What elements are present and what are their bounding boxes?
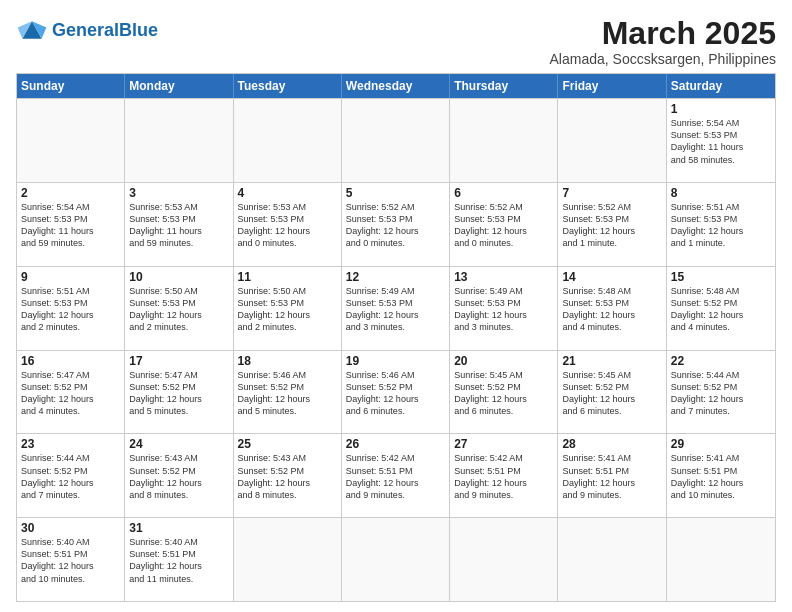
day-number: 8: [671, 186, 771, 200]
header-saturday: Saturday: [667, 74, 775, 98]
cell-info: Sunrise: 5:54 AM Sunset: 5:53 PM Dayligh…: [21, 201, 120, 250]
day-number: 6: [454, 186, 553, 200]
cell-info: Sunrise: 5:52 AM Sunset: 5:53 PM Dayligh…: [454, 201, 553, 250]
day-number: 17: [129, 354, 228, 368]
day-number: 15: [671, 270, 771, 284]
day-number: 5: [346, 186, 445, 200]
cal-cell-r5-c3: [342, 518, 450, 601]
cal-cell-r5-c6: [667, 518, 775, 601]
cal-cell-r4-c4: 27Sunrise: 5:42 AM Sunset: 5:51 PM Dayli…: [450, 434, 558, 517]
page: GeneralBlue March 2025 Alamada, Soccsksa…: [0, 0, 792, 612]
cell-info: Sunrise: 5:49 AM Sunset: 5:53 PM Dayligh…: [454, 285, 553, 334]
logo-blue: Blue: [119, 20, 158, 40]
day-number: 13: [454, 270, 553, 284]
cal-cell-r4-c5: 28Sunrise: 5:41 AM Sunset: 5:51 PM Dayli…: [558, 434, 666, 517]
cal-cell-r1-c5: 7Sunrise: 5:52 AM Sunset: 5:53 PM Daylig…: [558, 183, 666, 266]
cal-cell-r5-c4: [450, 518, 558, 601]
cal-cell-r1-c6: 8Sunrise: 5:51 AM Sunset: 5:53 PM Daylig…: [667, 183, 775, 266]
cal-cell-r3-c6: 22Sunrise: 5:44 AM Sunset: 5:52 PM Dayli…: [667, 351, 775, 434]
cell-info: Sunrise: 5:41 AM Sunset: 5:51 PM Dayligh…: [562, 452, 661, 501]
cal-cell-r2-c0: 9Sunrise: 5:51 AM Sunset: 5:53 PM Daylig…: [17, 267, 125, 350]
cal-cell-r0-c1: [125, 99, 233, 182]
title-block: March 2025 Alamada, Soccsksargen, Philip…: [550, 16, 776, 67]
calendar-row-0: 1Sunrise: 5:54 AM Sunset: 5:53 PM Daylig…: [17, 98, 775, 182]
calendar-row-3: 16Sunrise: 5:47 AM Sunset: 5:52 PM Dayli…: [17, 350, 775, 434]
day-number: 10: [129, 270, 228, 284]
cal-cell-r4-c0: 23Sunrise: 5:44 AM Sunset: 5:52 PM Dayli…: [17, 434, 125, 517]
calendar-header: Sunday Monday Tuesday Wednesday Thursday…: [17, 74, 775, 98]
header-wednesday: Wednesday: [342, 74, 450, 98]
day-number: 27: [454, 437, 553, 451]
day-number: 9: [21, 270, 120, 284]
day-number: 7: [562, 186, 661, 200]
cell-info: Sunrise: 5:51 AM Sunset: 5:53 PM Dayligh…: [671, 201, 771, 250]
day-number: 2: [21, 186, 120, 200]
cell-info: Sunrise: 5:45 AM Sunset: 5:52 PM Dayligh…: [562, 369, 661, 418]
cal-cell-r5-c2: [234, 518, 342, 601]
cal-cell-r4-c3: 26Sunrise: 5:42 AM Sunset: 5:51 PM Dayli…: [342, 434, 450, 517]
cal-cell-r1-c1: 3Sunrise: 5:53 AM Sunset: 5:53 PM Daylig…: [125, 183, 233, 266]
cell-info: Sunrise: 5:43 AM Sunset: 5:52 PM Dayligh…: [129, 452, 228, 501]
cal-cell-r1-c2: 4Sunrise: 5:53 AM Sunset: 5:53 PM Daylig…: [234, 183, 342, 266]
header: GeneralBlue March 2025 Alamada, Soccsksa…: [16, 16, 776, 67]
header-monday: Monday: [125, 74, 233, 98]
location-subtitle: Alamada, Soccsksargen, Philippines: [550, 51, 776, 67]
day-number: 21: [562, 354, 661, 368]
cal-cell-r0-c3: [342, 99, 450, 182]
cell-info: Sunrise: 5:47 AM Sunset: 5:52 PM Dayligh…: [21, 369, 120, 418]
cal-cell-r3-c5: 21Sunrise: 5:45 AM Sunset: 5:52 PM Dayli…: [558, 351, 666, 434]
cell-info: Sunrise: 5:51 AM Sunset: 5:53 PM Dayligh…: [21, 285, 120, 334]
header-thursday: Thursday: [450, 74, 558, 98]
cell-info: Sunrise: 5:52 AM Sunset: 5:53 PM Dayligh…: [562, 201, 661, 250]
calendar-row-5: 30Sunrise: 5:40 AM Sunset: 5:51 PM Dayli…: [17, 517, 775, 601]
cell-info: Sunrise: 5:40 AM Sunset: 5:51 PM Dayligh…: [21, 536, 120, 585]
day-number: 22: [671, 354, 771, 368]
cell-info: Sunrise: 5:50 AM Sunset: 5:53 PM Dayligh…: [129, 285, 228, 334]
cal-cell-r3-c1: 17Sunrise: 5:47 AM Sunset: 5:52 PM Dayli…: [125, 351, 233, 434]
calendar: Sunday Monday Tuesday Wednesday Thursday…: [16, 73, 776, 602]
cell-info: Sunrise: 5:44 AM Sunset: 5:52 PM Dayligh…: [21, 452, 120, 501]
day-number: 4: [238, 186, 337, 200]
cal-cell-r1-c4: 6Sunrise: 5:52 AM Sunset: 5:53 PM Daylig…: [450, 183, 558, 266]
cell-info: Sunrise: 5:53 AM Sunset: 5:53 PM Dayligh…: [129, 201, 228, 250]
cal-cell-r4-c2: 25Sunrise: 5:43 AM Sunset: 5:52 PM Dayli…: [234, 434, 342, 517]
day-number: 3: [129, 186, 228, 200]
cell-info: Sunrise: 5:46 AM Sunset: 5:52 PM Dayligh…: [346, 369, 445, 418]
cell-info: Sunrise: 5:49 AM Sunset: 5:53 PM Dayligh…: [346, 285, 445, 334]
logo-text: GeneralBlue: [52, 21, 158, 39]
header-tuesday: Tuesday: [234, 74, 342, 98]
day-number: 12: [346, 270, 445, 284]
logo: GeneralBlue: [16, 16, 158, 44]
day-number: 30: [21, 521, 120, 535]
cell-info: Sunrise: 5:52 AM Sunset: 5:53 PM Dayligh…: [346, 201, 445, 250]
cal-cell-r2-c4: 13Sunrise: 5:49 AM Sunset: 5:53 PM Dayli…: [450, 267, 558, 350]
day-number: 18: [238, 354, 337, 368]
day-number: 25: [238, 437, 337, 451]
cal-cell-r3-c3: 19Sunrise: 5:46 AM Sunset: 5:52 PM Dayli…: [342, 351, 450, 434]
calendar-body: 1Sunrise: 5:54 AM Sunset: 5:53 PM Daylig…: [17, 98, 775, 601]
cell-info: Sunrise: 5:45 AM Sunset: 5:52 PM Dayligh…: [454, 369, 553, 418]
cal-cell-r1-c3: 5Sunrise: 5:52 AM Sunset: 5:53 PM Daylig…: [342, 183, 450, 266]
day-number: 26: [346, 437, 445, 451]
day-number: 11: [238, 270, 337, 284]
cal-cell-r2-c1: 10Sunrise: 5:50 AM Sunset: 5:53 PM Dayli…: [125, 267, 233, 350]
calendar-row-1: 2Sunrise: 5:54 AM Sunset: 5:53 PM Daylig…: [17, 182, 775, 266]
month-title: March 2025: [550, 16, 776, 51]
logo-general: General: [52, 20, 119, 40]
cell-info: Sunrise: 5:48 AM Sunset: 5:52 PM Dayligh…: [671, 285, 771, 334]
day-number: 16: [21, 354, 120, 368]
day-number: 31: [129, 521, 228, 535]
cell-info: Sunrise: 5:42 AM Sunset: 5:51 PM Dayligh…: [454, 452, 553, 501]
cal-cell-r2-c6: 15Sunrise: 5:48 AM Sunset: 5:52 PM Dayli…: [667, 267, 775, 350]
cal-cell-r2-c3: 12Sunrise: 5:49 AM Sunset: 5:53 PM Dayli…: [342, 267, 450, 350]
cell-info: Sunrise: 5:48 AM Sunset: 5:53 PM Dayligh…: [562, 285, 661, 334]
logo-icon: [16, 16, 48, 44]
cal-cell-r2-c2: 11Sunrise: 5:50 AM Sunset: 5:53 PM Dayli…: [234, 267, 342, 350]
cal-cell-r0-c0: [17, 99, 125, 182]
cell-info: Sunrise: 5:41 AM Sunset: 5:51 PM Dayligh…: [671, 452, 771, 501]
day-number: 14: [562, 270, 661, 284]
day-number: 20: [454, 354, 553, 368]
cell-info: Sunrise: 5:40 AM Sunset: 5:51 PM Dayligh…: [129, 536, 228, 585]
cal-cell-r3-c4: 20Sunrise: 5:45 AM Sunset: 5:52 PM Dayli…: [450, 351, 558, 434]
cell-info: Sunrise: 5:50 AM Sunset: 5:53 PM Dayligh…: [238, 285, 337, 334]
